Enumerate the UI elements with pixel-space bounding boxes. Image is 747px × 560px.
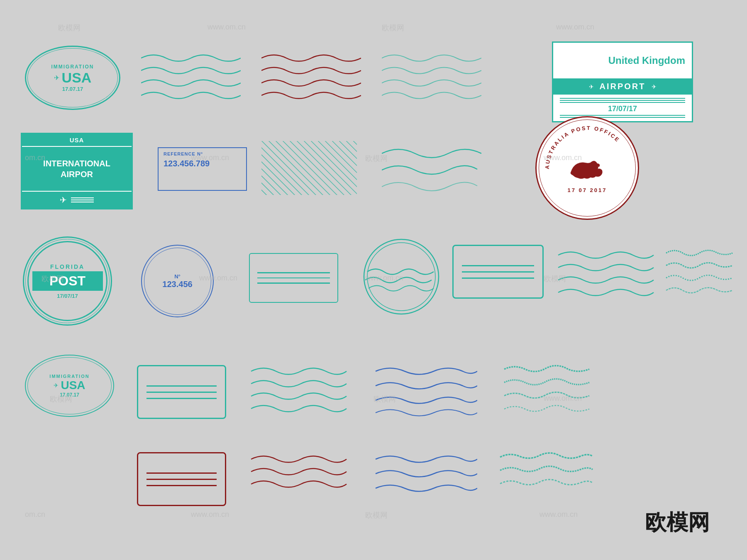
usa-intl-international: INTERNATIONAL — [43, 158, 110, 169]
svg-rect-1 — [261, 141, 357, 195]
stamp-empty-rect-teal — [249, 253, 338, 303]
stamp-empty-rect-red — [137, 452, 226, 506]
australia-date: 17 07 2017 — [567, 187, 607, 193]
plane-icon-uk-right: ✈ — [652, 83, 657, 90]
imm-small-label: IMMIGRATION — [49, 374, 89, 379]
watermark-16: om.cn — [25, 510, 45, 519]
watermark-19: www.om.cn — [540, 510, 578, 519]
wavy-red-row5 — [249, 449, 349, 509]
wavy-teal-1 — [141, 50, 241, 105]
plane-icon-intl: ✈ — [60, 195, 67, 205]
wavy-teal-row3 — [556, 245, 656, 300]
imm-small-date: 17.07.17 — [60, 392, 79, 398]
stamp-immigration-usa-small: IMMIGRATION ✈ USA 17.07.17 — [25, 355, 114, 417]
stamp-australia-post: AUSTRALIA POST OFFICE 17 07 2017 — [535, 116, 639, 220]
svg-point-4 — [367, 243, 435, 311]
no-number: 123.456 — [162, 280, 192, 289]
wavy-blue-row4 — [374, 361, 477, 421]
uk-country: United Kingdom — [608, 55, 685, 66]
reference-number: 123.456.789 — [164, 159, 241, 168]
diagonal-lines-teal — [261, 141, 357, 197]
florida-label: FLORIDA — [50, 263, 85, 270]
florida-date: 17/07/17 — [57, 293, 78, 299]
wavy-teal-light-1 — [382, 50, 481, 105]
no-label: N° — [174, 273, 181, 280]
post-label: POST — [32, 271, 103, 291]
stamps-container: 欧模网 www.om.cn 欧模网 www.om.cn om.cn www.om… — [0, 0, 747, 560]
svg-text:AUSTRALIA POST OFFICE: AUSTRALIA POST OFFICE — [544, 125, 621, 169]
stamp-uk-airport: United Kingdom ✈ AIRPORT ✈ 17/07/17 — [552, 41, 693, 122]
plane-icon-imm-sm: ✈ — [54, 382, 59, 389]
plane-icon-uk-left: ✈ — [589, 83, 594, 90]
stamp-empty-rect-green-lg — [452, 245, 544, 299]
wavy-teal-row4 — [249, 361, 349, 421]
watermark-1: 欧模网 — [58, 23, 81, 33]
uk-date: 17/07/17 — [560, 105, 685, 113]
imm-small-usa: USA — [61, 379, 85, 392]
brand-watermark: 欧模网 — [645, 508, 710, 537]
wavy-blue-row5 — [374, 449, 477, 509]
wavy-teal-grunge-row3 — [664, 245, 735, 300]
uk-airport-label: AIRPORT — [600, 82, 646, 91]
watermark-4: www.om.cn — [556, 23, 594, 32]
stamp-reference-number: REFERENCE N° 123.456.789 — [158, 147, 247, 191]
stamp-usa-intl-airport: USA INTERNATIONAL AIRPOR ✈ — [21, 133, 133, 209]
stamp-number-circle: N° 123.456 — [141, 245, 214, 317]
wavy-red-1 — [261, 50, 361, 105]
wavy-teal-sparse — [382, 141, 481, 197]
watermark-17: www.om.cn — [191, 510, 229, 519]
watermark-3: 欧模网 — [382, 23, 404, 33]
stamp-empty-rect-green-md — [137, 365, 226, 419]
usa-intl-airport: AIRPOR — [61, 169, 93, 180]
watermark-18: 欧模网 — [365, 510, 388, 520]
reference-label: REFERENCE N° — [164, 151, 241, 156]
stamp-circular-postmark — [361, 236, 442, 319]
stamp-usa-immigration-oval: IMMIGRATION ✈ USA 17.07.17 — [25, 46, 120, 110]
wavy-teal-grunge-row4 — [502, 361, 593, 421]
watermark-2: www.om.cn — [208, 23, 246, 32]
usa-intl-usa: USA — [22, 134, 132, 146]
svg-point-3 — [364, 239, 439, 314]
stamp-florida-post: FLORIDA POST 17/07/17 — [23, 236, 112, 326]
wavy-teal-grunge-row5 — [498, 449, 593, 509]
